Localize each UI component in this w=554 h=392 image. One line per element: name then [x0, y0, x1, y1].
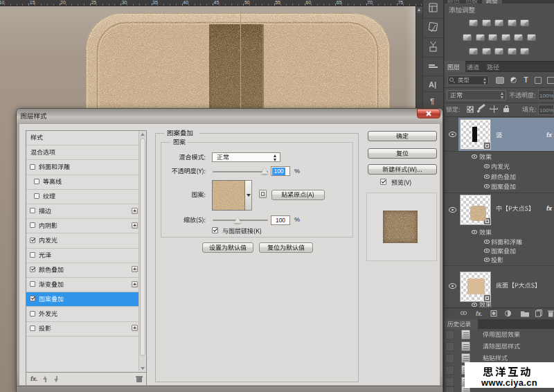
svg-text:A|: A| [429, 80, 436, 89]
svg-text:¶: ¶ [430, 97, 434, 105]
svg-text:fx.: fx. [476, 310, 483, 317]
